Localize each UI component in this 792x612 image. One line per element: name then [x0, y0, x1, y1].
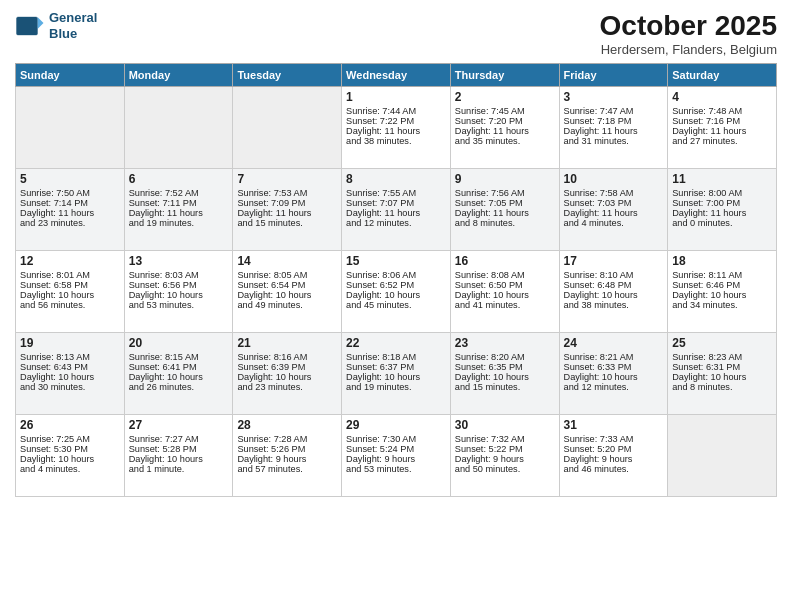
calendar-cell: 21Sunrise: 8:16 AMSunset: 6:39 PMDayligh… [233, 333, 342, 415]
day-info: Daylight: 10 hours [672, 290, 772, 300]
day-info: Sunrise: 7:55 AM [346, 188, 446, 198]
calendar-cell: 2Sunrise: 7:45 AMSunset: 7:20 PMDaylight… [450, 87, 559, 169]
day-info: and 34 minutes. [672, 300, 772, 310]
day-number: 11 [672, 172, 772, 186]
week-row-4: 26Sunrise: 7:25 AMSunset: 5:30 PMDayligh… [16, 415, 777, 497]
calendar-cell: 10Sunrise: 7:58 AMSunset: 7:03 PMDayligh… [559, 169, 668, 251]
calendar-cell: 9Sunrise: 7:56 AMSunset: 7:05 PMDaylight… [450, 169, 559, 251]
day-info: Daylight: 10 hours [455, 290, 555, 300]
day-number: 8 [346, 172, 446, 186]
day-info: Daylight: 9 hours [237, 454, 337, 464]
calendar-cell: 28Sunrise: 7:28 AMSunset: 5:26 PMDayligh… [233, 415, 342, 497]
calendar-cell: 27Sunrise: 7:27 AMSunset: 5:28 PMDayligh… [124, 415, 233, 497]
day-number: 15 [346, 254, 446, 268]
col-monday: Monday [124, 64, 233, 87]
day-number: 6 [129, 172, 229, 186]
day-info: Daylight: 10 hours [20, 372, 120, 382]
day-info: and 12 minutes. [564, 382, 664, 392]
col-saturday: Saturday [668, 64, 777, 87]
week-row-0: 1Sunrise: 7:44 AMSunset: 7:22 PMDaylight… [16, 87, 777, 169]
logo-line2: Blue [49, 26, 77, 41]
day-info: Daylight: 9 hours [455, 454, 555, 464]
day-number: 5 [20, 172, 120, 186]
day-info: Sunset: 7:05 PM [455, 198, 555, 208]
day-info: Sunset: 7:07 PM [346, 198, 446, 208]
calendar-cell: 7Sunrise: 7:53 AMSunset: 7:09 PMDaylight… [233, 169, 342, 251]
day-info: Daylight: 10 hours [672, 372, 772, 382]
logo-line1: General [49, 10, 97, 25]
day-info: Sunset: 5:26 PM [237, 444, 337, 454]
day-info: and 53 minutes. [129, 300, 229, 310]
day-info: and 38 minutes. [564, 300, 664, 310]
day-info: Sunrise: 8:01 AM [20, 270, 120, 280]
day-info: and 38 minutes. [346, 136, 446, 146]
title-block: October 2025 Herdersem, Flanders, Belgiu… [600, 10, 777, 57]
calendar-cell: 13Sunrise: 8:03 AMSunset: 6:56 PMDayligh… [124, 251, 233, 333]
day-info: Sunrise: 7:33 AM [564, 434, 664, 444]
calendar-cell: 11Sunrise: 8:00 AMSunset: 7:00 PMDayligh… [668, 169, 777, 251]
day-info: Sunset: 7:11 PM [129, 198, 229, 208]
day-info: Sunset: 6:50 PM [455, 280, 555, 290]
day-info: Sunrise: 7:52 AM [129, 188, 229, 198]
day-info: Sunset: 6:39 PM [237, 362, 337, 372]
day-info: Sunset: 6:54 PM [237, 280, 337, 290]
day-info: Sunset: 5:22 PM [455, 444, 555, 454]
day-number: 22 [346, 336, 446, 350]
day-info: Sunrise: 7:56 AM [455, 188, 555, 198]
day-info: and 57 minutes. [237, 464, 337, 474]
week-row-3: 19Sunrise: 8:13 AMSunset: 6:43 PMDayligh… [16, 333, 777, 415]
calendar-cell: 26Sunrise: 7:25 AMSunset: 5:30 PMDayligh… [16, 415, 125, 497]
day-info: Daylight: 11 hours [455, 126, 555, 136]
day-info: Sunrise: 7:47 AM [564, 106, 664, 116]
day-info: Daylight: 11 hours [672, 208, 772, 218]
day-number: 13 [129, 254, 229, 268]
day-info: Sunset: 6:35 PM [455, 362, 555, 372]
day-info: Daylight: 11 hours [129, 208, 229, 218]
calendar-cell: 5Sunrise: 7:50 AMSunset: 7:14 PMDaylight… [16, 169, 125, 251]
day-number: 31 [564, 418, 664, 432]
day-info: Daylight: 11 hours [564, 208, 664, 218]
calendar-cell: 16Sunrise: 8:08 AMSunset: 6:50 PMDayligh… [450, 251, 559, 333]
day-info: Sunset: 6:48 PM [564, 280, 664, 290]
calendar-cell [668, 415, 777, 497]
calendar-cell [16, 87, 125, 169]
col-friday: Friday [559, 64, 668, 87]
day-number: 30 [455, 418, 555, 432]
day-info: Sunset: 7:14 PM [20, 198, 120, 208]
day-info: Sunrise: 8:21 AM [564, 352, 664, 362]
day-number: 21 [237, 336, 337, 350]
calendar-cell: 30Sunrise: 7:32 AMSunset: 5:22 PMDayligh… [450, 415, 559, 497]
calendar-cell: 19Sunrise: 8:13 AMSunset: 6:43 PMDayligh… [16, 333, 125, 415]
day-number: 27 [129, 418, 229, 432]
calendar-cell [233, 87, 342, 169]
day-number: 25 [672, 336, 772, 350]
month-title: October 2025 [600, 10, 777, 42]
day-info: Sunrise: 8:11 AM [672, 270, 772, 280]
col-thursday: Thursday [450, 64, 559, 87]
day-info: and 45 minutes. [346, 300, 446, 310]
day-number: 2 [455, 90, 555, 104]
calendar-cell: 20Sunrise: 8:15 AMSunset: 6:41 PMDayligh… [124, 333, 233, 415]
day-number: 23 [455, 336, 555, 350]
col-tuesday: Tuesday [233, 64, 342, 87]
day-number: 28 [237, 418, 337, 432]
day-info: Sunrise: 7:32 AM [455, 434, 555, 444]
logo-text: General Blue [49, 10, 97, 41]
day-number: 20 [129, 336, 229, 350]
day-info: Daylight: 10 hours [129, 290, 229, 300]
logo: General Blue [15, 10, 97, 41]
day-info: and 4 minutes. [564, 218, 664, 228]
day-info: Sunrise: 8:20 AM [455, 352, 555, 362]
day-info: Sunrise: 8:13 AM [20, 352, 120, 362]
day-info: Daylight: 11 hours [237, 208, 337, 218]
calendar-cell: 25Sunrise: 8:23 AMSunset: 6:31 PMDayligh… [668, 333, 777, 415]
day-info: Sunset: 6:41 PM [129, 362, 229, 372]
day-number: 29 [346, 418, 446, 432]
day-info: Sunset: 6:37 PM [346, 362, 446, 372]
day-info: and 1 minute. [129, 464, 229, 474]
day-info: Sunrise: 7:30 AM [346, 434, 446, 444]
day-info: Sunrise: 7:50 AM [20, 188, 120, 198]
col-wednesday: Wednesday [342, 64, 451, 87]
day-info: Sunrise: 8:03 AM [129, 270, 229, 280]
logo-icon [15, 11, 45, 41]
